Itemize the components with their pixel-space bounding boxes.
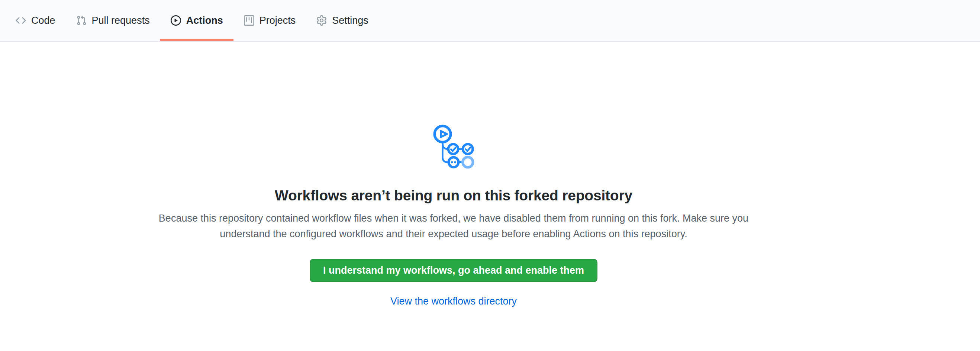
view-workflows-directory-link[interactable]: View the workflows directory [390,295,517,307]
tab-actions[interactable]: Actions [160,0,234,41]
repo-tab-nav: Code Pull requests Actions Projects Sett… [0,0,980,42]
tab-label: Actions [186,16,223,25]
enable-workflows-button[interactable]: I understand my workflows, go ahead and … [310,259,597,282]
tab-settings[interactable]: Settings [306,0,379,41]
tab-label: Projects [259,16,296,25]
empty-state-title: Workflows aren’t being run on this forke… [275,187,632,204]
tab-pull-requests[interactable]: Pull requests [66,0,160,41]
code-icon [16,15,26,25]
gear-icon [317,15,327,25]
play-circle-icon [171,15,181,25]
tab-label: Code [31,16,56,25]
tab-projects[interactable]: Projects [234,0,306,41]
actions-empty-state-page: Workflows aren’t being run on this forke… [0,42,907,307]
workflow-illustration-icon [432,124,475,169]
tab-code[interactable]: Code [5,0,66,41]
git-pull-request-icon [76,15,87,25]
tab-label: Settings [332,16,368,25]
workflows-disabled-blankslate: Workflows aren’t being run on this forke… [153,124,755,307]
tab-label: Pull requests [92,16,150,25]
empty-state-description: Because this repository contained workfl… [153,210,755,242]
project-icon [244,15,254,25]
